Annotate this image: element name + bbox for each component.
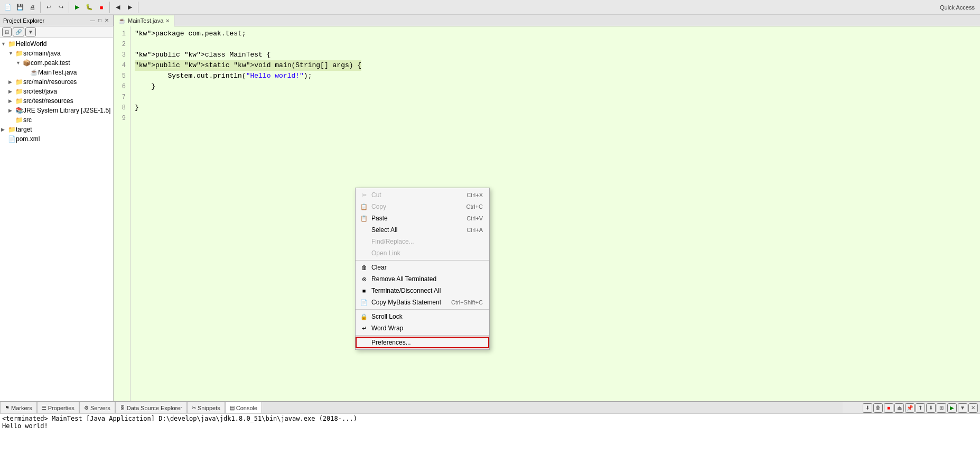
ctx-item-paste[interactable]: 📋PasteCtrl+V	[356, 212, 489, 224]
tab-icon: 🗄	[120, 405, 125, 411]
ctx-item-clear[interactable]: 🗑Clear	[356, 262, 489, 273]
bottom-tab-console[interactable]: ▤Console	[225, 402, 262, 413]
console-scroll-end-btn[interactable]: ⬇	[863, 403, 872, 413]
editor-tab-close-btn[interactable]: ✕	[165, 18, 170, 24]
bottom-tab-data-source-explorer[interactable]: 🗄Data Source Explorer	[115, 402, 187, 413]
tree-node-label: MainTest.java	[38, 69, 77, 76]
toolbar-back-btn[interactable]: ◀	[112, 2, 124, 13]
tree-arrow-icon: ▶	[8, 108, 15, 113]
tree-arrow-icon: ▼	[16, 60, 22, 66]
tab-label: Properties	[48, 405, 74, 411]
ctx-shortcut-copy: Ctrl+C	[466, 203, 483, 210]
console-expand-btn[interactable]: ⬆	[916, 403, 925, 413]
ctx-item-preferences[interactable]: Preferences...	[356, 337, 489, 348]
ctx-label-find-replace: Find/Replace...	[371, 238, 414, 245]
ctx-item-scroll-lock[interactable]: 🔒Scroll Lock	[356, 311, 489, 322]
console-menu-btn[interactable]: ▼	[958, 403, 967, 413]
ctx-icon-find-replace	[360, 237, 368, 246]
toolbar-stop-btn[interactable]: ■	[96, 2, 107, 13]
line-number-8: 8	[118, 103, 126, 113]
tree-item-src[interactable]: 📁 src	[0, 115, 113, 125]
tree-item-maintest-java[interactable]: ☕ MainTest.java	[0, 68, 113, 77]
ctx-icon-copy: 📋	[360, 202, 368, 211]
tab-icon: ☰	[42, 405, 46, 411]
tree-node-label: com.peak.test	[31, 59, 70, 67]
toolbar-group-file: 📄 💾 🖨	[2, 2, 41, 13]
tree-item-target[interactable]: ▶ 📁 target	[0, 125, 113, 134]
explorer-collapse-btn[interactable]: ⊟	[2, 27, 12, 36]
console-view-btn[interactable]: ⊞	[937, 403, 946, 413]
bottom-tab-snippets[interactable]: ✂Snippets	[187, 402, 225, 413]
explorer-title: Project Explorer	[3, 17, 44, 24]
tab-label: Data Source Explorer	[127, 405, 182, 411]
toolbar-redo-btn[interactable]: ↪	[55, 2, 67, 13]
console-disconnect-btn[interactable]: ⏏	[894, 403, 904, 413]
ctx-icon-terminate-disconnect: ■	[360, 286, 368, 295]
code-lines: "kw">package com.peak.test; "kw">public …	[130, 26, 366, 401]
tree-node-label: pom.xml	[16, 135, 40, 143]
ctx-icon-preferences	[360, 338, 368, 347]
code-line-6: }	[135, 81, 361, 92]
toolbar-group-nav: ◀ ▶	[112, 2, 138, 13]
code-area[interactable]: 123456789 "kw">package com.peak.test; "k…	[114, 26, 980, 401]
tree-node-icon: 📁	[15, 78, 23, 86]
ctx-item-copy-mybatis[interactable]: 📄Copy MyBatis StatementCtrl+Shift+C	[356, 297, 489, 308]
toolbar-forward-btn[interactable]: ▶	[124, 2, 136, 13]
tree-item-jre-system-library--j2se-1-5-[interactable]: ▶ 📚 JRE System Library [J2SE-1.5]	[0, 106, 113, 115]
tree-node-label: HelloWorld	[16, 40, 46, 48]
toolbar-debug-btn[interactable]: 🐛	[83, 2, 95, 13]
ctx-shortcut-select-all: Ctrl+A	[466, 227, 483, 233]
bottom-tab-servers[interactable]: ⚙Servers	[79, 402, 115, 413]
console-output: <terminated> MainTest [Java Application]…	[0, 414, 980, 454]
ctx-item-remove-terminated[interactable]: ⊗Remove All Terminated	[356, 273, 489, 285]
toolbar-run-btn[interactable]: ▶	[71, 2, 83, 13]
code-line-2	[135, 39, 361, 50]
ctx-item-terminate-disconnect[interactable]: ■Terminate/Disconnect All	[356, 285, 489, 297]
console-terminate-btn[interactable]: ■	[884, 403, 893, 413]
explorer-maximize-btn[interactable]: □	[97, 17, 102, 24]
code-line-9	[135, 113, 361, 124]
tree-item-pom-xml[interactable]: 📄 pom.xml	[0, 134, 113, 144]
tree-item-src-main-resources[interactable]: ▶ 📁 src/main/resources	[0, 77, 113, 87]
toolbar-undo-btn[interactable]: ↩	[43, 2, 54, 13]
tree-item-src-test-resources[interactable]: ▶ 📁 src/test/resources	[0, 96, 113, 106]
project-explorer: Project Explorer — □ ✕ ⊟ 🔗 ▼ ▼ 📁 HelloWo…	[0, 15, 114, 401]
tree-item-helloworld[interactable]: ▼ 📁 HelloWorld	[0, 39, 113, 49]
console-restore-btn[interactable]: ⬇	[926, 403, 936, 413]
line-number-1: 1	[118, 29, 126, 39]
code-line-7	[135, 92, 361, 103]
line-number-9: 9	[118, 113, 126, 124]
bottom-tab-properties[interactable]: ☰Properties	[37, 402, 79, 413]
tree-node-label: target	[16, 126, 32, 133]
console-clear-btn[interactable]: 🗑	[873, 403, 883, 413]
code-line-8: }	[135, 103, 361, 113]
editor-tab-maintest[interactable]: ☕ MainTest.java ✕	[114, 15, 174, 26]
tree-node-label: src/test/java	[23, 88, 57, 95]
console-run-btn[interactable]: ▶	[947, 403, 957, 413]
ctx-item-word-wrap[interactable]: ↵Word Wrap	[356, 322, 489, 334]
tree-item-src-main-java[interactable]: ▼ 📁 src/main/java	[0, 49, 113, 58]
tree-item-src-test-java[interactable]: ▶ 📁 src/test/java	[0, 87, 113, 96]
tree-node-label: JRE System Library [J2SE-1.5]	[23, 107, 110, 114]
ctx-item-select-all[interactable]: Select AllCtrl+A	[356, 224, 489, 236]
explorer-link-btn[interactable]: 🔗	[13, 27, 24, 36]
ctx-label-copy-mybatis: Copy MyBatis Statement	[371, 299, 441, 306]
toolbar-new-btn[interactable]: 📄	[2, 2, 14, 13]
context-menu: ✂CutCtrl+X📋CopyCtrl+C📋PasteCtrl+VSelect …	[355, 188, 490, 350]
explorer-close-btn[interactable]: ✕	[104, 17, 110, 24]
explorer-menu-btn[interactable]: ▼	[25, 27, 36, 36]
tree-node-icon: 📁	[7, 126, 16, 133]
tree-item-com-peak-test[interactable]: ▼ 📦 com.peak.test	[0, 58, 113, 68]
tree-arrow-icon: ▶	[8, 79, 15, 85]
tree-arrow-icon: ▼	[8, 51, 15, 56]
console-close-btn[interactable]: ✕	[968, 403, 978, 413]
explorer-minimize-btn[interactable]: —	[89, 17, 96, 24]
bottom-tab-markers[interactable]: ⚑Markers	[0, 402, 37, 413]
toolbar-save-btn[interactable]: 💾	[14, 2, 26, 13]
tree-node-label: src/main/resources	[23, 78, 77, 86]
tree-node-label: src/test/resources	[23, 97, 73, 105]
console-pin-btn[interactable]: 📌	[905, 403, 914, 413]
toolbar-group-edit: ↩ ↪	[43, 2, 69, 13]
tree-node-icon: 📦	[22, 59, 31, 67]
toolbar-print-btn[interactable]: 🖨	[26, 2, 38, 13]
